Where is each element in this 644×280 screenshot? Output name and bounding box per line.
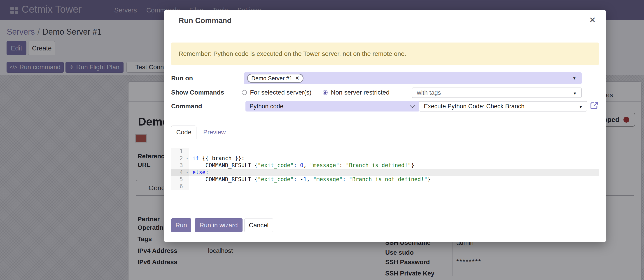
- tab-code[interactable]: Code: [171, 125, 196, 139]
- line-number: 4▾: [171, 169, 189, 176]
- chevron-down-icon: [410, 103, 415, 108]
- radio-checked-icon[interactable]: [323, 90, 328, 95]
- field-column-separator: [241, 71, 241, 112]
- caret-down-icon: ▼: [573, 91, 577, 96]
- run-in-wizard-button[interactable]: Run in wizard: [195, 218, 242, 232]
- show-commands-radio-group: For selected server(s) Non server restri…: [242, 87, 390, 98]
- dialog-title: Run Command: [178, 16, 232, 25]
- cancel-button[interactable]: Cancel: [244, 218, 273, 232]
- code-line[interactable]: 4▾else:: [171, 169, 599, 176]
- indent-guide: [197, 176, 197, 183]
- indent-guide: [197, 183, 197, 190]
- code-line[interactable]: 3 COMMAND_RESULT={"exit_code": 0, "messa…: [171, 162, 599, 169]
- fold-arrow-icon[interactable]: ▾: [186, 169, 188, 176]
- code-line[interactable]: 2▾if {{ branch }}:: [171, 155, 599, 162]
- line-number: 1: [171, 148, 189, 155]
- command-label: Command: [171, 101, 202, 111]
- text-cursor: [209, 169, 209, 175]
- run-on-server-tags-field[interactable]: Demo Server #1 ✕ ▼: [244, 72, 582, 84]
- line-number: 5: [171, 176, 189, 183]
- line-number: 3: [171, 162, 189, 169]
- chip-remove-icon[interactable]: ✕: [295, 75, 299, 81]
- code-text[interactable]: [189, 148, 599, 155]
- screen: Cetmix Tower ServersCommandsFilesToolsSe…: [0, 0, 644, 280]
- python-warning-banner: Remember: Python code is executed on the…: [171, 43, 599, 65]
- run-command-dialog: Run Command ✕ Remember: Python code is e…: [164, 10, 606, 242]
- tab-preview[interactable]: Preview: [203, 125, 226, 139]
- server-chip[interactable]: Demo Server #1 ✕: [247, 74, 304, 83]
- run-button[interactable]: Run: [171, 218, 191, 232]
- with-tags-dropdown[interactable]: with tags ▼: [412, 87, 582, 98]
- code-text[interactable]: [189, 183, 599, 190]
- external-link-icon[interactable]: [590, 101, 599, 110]
- line-number: 6: [171, 183, 189, 190]
- code-text[interactable]: COMMAND_RESULT={"exit_code": 0, "message…: [189, 162, 599, 169]
- caret-down-icon[interactable]: ▼: [572, 76, 576, 81]
- editor-tabs: Code Preview: [171, 125, 599, 139]
- radio-unchecked-icon[interactable]: [242, 90, 247, 95]
- fold-arrow-icon[interactable]: ▾: [186, 155, 188, 162]
- radio-non-restricted-label[interactable]: Non server restricted: [331, 89, 390, 96]
- code-text[interactable]: if {{ branch }}:: [189, 155, 599, 162]
- caret-down-icon: ▼: [579, 105, 582, 109]
- code-line[interactable]: 5 COMMAND_RESULT={"exit_code": -1, "mess…: [171, 176, 599, 183]
- code-text[interactable]: else:: [189, 169, 599, 176]
- close-icon[interactable]: ✕: [589, 15, 596, 25]
- command-type-select[interactable]: Python code: [246, 101, 420, 111]
- line-number: 2▾: [171, 155, 189, 162]
- indent-guide: [197, 162, 197, 169]
- code-editor[interactable]: 12▾if {{ branch }}:3 COMMAND_RESULT={"ex…: [171, 148, 599, 190]
- radio-selected-servers-label[interactable]: For selected server(s): [250, 89, 312, 96]
- code-line[interactable]: 6: [171, 183, 599, 190]
- code-line[interactable]: 1: [171, 148, 599, 155]
- code-text[interactable]: COMMAND_RESULT={"exit_code": -1, "messag…: [189, 176, 599, 183]
- footer-divider: [164, 211, 606, 211]
- run-on-label: Run on: [171, 72, 193, 84]
- indent-guide: [210, 183, 210, 190]
- dialog-header: Run Command ✕: [164, 10, 606, 33]
- show-commands-label: Show Commands: [171, 87, 224, 98]
- command-select[interactable]: Execute Python Code: Check Branch ▼: [419, 101, 587, 111]
